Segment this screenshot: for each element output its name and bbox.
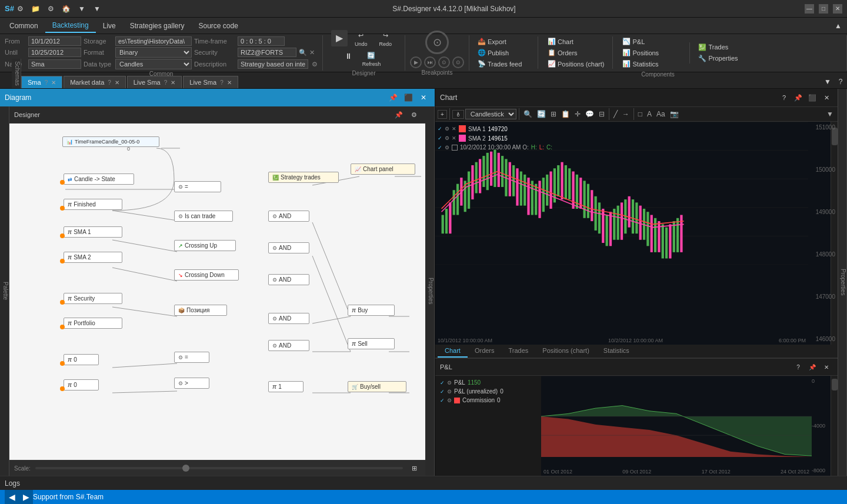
chart-arrow-button[interactable]: → [621, 109, 631, 119]
chart-add-button[interactable]: + [438, 110, 447, 119]
undo-button[interactable]: ↩ Undo [350, 30, 372, 49]
node-finished[interactable]: π Finished [64, 199, 122, 210]
designer-pin-button[interactable]: 📌 [392, 108, 405, 121]
tab-live-sma-2[interactable]: Live Sma ? ✕ [183, 76, 238, 88]
toolbar-icon-5[interactable]: ▼ [75, 2, 88, 15]
chart-help-button[interactable]: ? [778, 91, 791, 104]
trades-feed-button[interactable]: 📡Trades feed [474, 59, 533, 69]
chart-main[interactable]: 151000 150000 149000 148000 147000 14600… [435, 122, 838, 345]
node-tfcandle[interactable]: 📊 TimeFrameCandle_00-05-0 [62, 136, 159, 147]
minimize-button[interactable]: — [805, 4, 814, 14]
chart-tab-orders[interactable]: Orders [468, 345, 502, 358]
toolbar-icon-2[interactable]: 📁 [29, 2, 42, 15]
node-buy[interactable]: π Buy [348, 305, 395, 316]
pl-chart-area[interactable]: 0 -4000 -8000 [541, 376, 838, 476]
properties-button[interactable]: 🔧Properties [695, 54, 753, 64]
positions-chart-button[interactable]: 📈Positions (chart) [544, 59, 608, 69]
node-crossing-up[interactable]: ↗ Crossing Up [174, 240, 236, 251]
chart-bubble-button[interactable]: 💬 [583, 109, 596, 119]
tab-sma-close[interactable]: ✕ [51, 79, 56, 86]
node-zero2[interactable]: π 0 [64, 379, 99, 390]
node-sell[interactable]: π Sell [348, 338, 395, 349]
timeframe-input[interactable] [238, 36, 285, 46]
chart-zoom-button[interactable]: 🔍 [522, 109, 534, 119]
security-search-icon[interactable]: 🔍 [299, 49, 307, 56]
toolbar-icon-4[interactable]: 🏠 [60, 2, 73, 15]
tab-live-sma-2-close[interactable]: ✕ [227, 79, 232, 86]
tab-sma-help[interactable]: ? [45, 79, 48, 86]
node-portfolio[interactable]: π Portfolio [64, 318, 122, 329]
chart-button[interactable]: 📊Chart [544, 36, 608, 46]
play-button[interactable]: ▶ [331, 30, 348, 46]
canvas-area[interactable]: 📊 TimeFrameCandle_00-05-0 0 ⇄ Candle -> … [9, 124, 425, 460]
node-candle-state[interactable]: ⇄ Candle -> State [64, 173, 134, 185]
datatype-select[interactable]: Candles [115, 59, 192, 69]
status-back-button[interactable]: ◀ [5, 490, 19, 504]
node-equals2[interactable]: ⚙ = [174, 352, 209, 363]
bp-btn-3[interactable]: ⊙ [438, 56, 450, 68]
chart-series-button[interactable]: 🕯 [452, 110, 464, 119]
chart-draw-line[interactable]: ╱ [612, 109, 619, 119]
orders-button[interactable]: 📋Orders [544, 48, 608, 58]
export-button[interactable]: 📤Export [474, 36, 533, 46]
diagram-pin-button[interactable]: 📌 [386, 91, 399, 104]
format-select[interactable]: Binary [115, 47, 192, 58]
diagram-float-button[interactable]: ⬛ [402, 91, 415, 104]
chart-settings-button[interactable]: ▼ [825, 109, 835, 119]
security-input[interactable] [238, 48, 296, 57]
node-chart-panel[interactable]: 📈 Chart panel [351, 163, 415, 175]
node-crossing-down[interactable]: ↘ Crossing Down [174, 269, 239, 281]
bp-btn-4[interactable]: ⊙ [452, 56, 464, 68]
collapse-button[interactable]: ▲ [832, 19, 845, 32]
tab-market-help[interactable]: ? [108, 79, 111, 86]
chart-tab-positions-chart[interactable]: Positions (chart) [535, 345, 596, 358]
node-buy-sell[interactable]: 🛒 Buy/sell [348, 381, 406, 392]
chart-rect-button[interactable]: □ [636, 109, 644, 119]
chart-tab-chart[interactable]: Chart [438, 345, 468, 358]
node-is-can-trade[interactable]: ⚙ Is can trade [174, 211, 233, 222]
tab-live-sma-1[interactable]: Live Sma ? ✕ [127, 76, 182, 88]
chart-screenshot-button[interactable]: 📷 [668, 109, 681, 119]
legend-sma1-check[interactable]: ✓ [438, 126, 442, 132]
legend-sma1-x[interactable]: ✕ [452, 126, 456, 132]
tab-live-sma-1-help[interactable]: ? [164, 79, 168, 86]
chart-float-button[interactable]: ⬛ [806, 91, 819, 104]
security-clear-icon[interactable]: ✕ [309, 49, 315, 56]
node-position[interactable]: 📦 Позиция [174, 305, 227, 316]
legend-sma2-check[interactable]: ✓ [438, 135, 442, 141]
chart-cross-button[interactable]: ✛ [573, 109, 582, 119]
palette-bar[interactable]: Palette [0, 106, 9, 476]
chart-grid-button[interactable]: ⊞ [549, 109, 558, 119]
pl-check-2[interactable]: ✓ [440, 389, 445, 395]
close-button[interactable]: ✕ [833, 4, 842, 14]
toolbar-icon-6[interactable]: ▼ [91, 2, 104, 15]
scale-settings-button[interactable]: ⊞ [408, 462, 421, 475]
name-input[interactable] [28, 59, 81, 69]
node-greater[interactable]: ⚙ > [174, 378, 209, 389]
node-and5[interactable]: ⚙ AND [268, 340, 309, 351]
menu-item-backtesting[interactable]: Backtesting [45, 19, 96, 33]
menu-item-strategies[interactable]: Strategies gallery [123, 19, 192, 32]
from-input[interactable] [28, 36, 81, 46]
node-strategy-trades[interactable]: 💹 Strategy trades [268, 172, 339, 183]
pl-help-button[interactable]: ? [792, 361, 805, 373]
pause-button[interactable]: ⏸ [342, 50, 355, 63]
tab-live-sma-2-help[interactable]: ? [220, 79, 224, 86]
toolbar-icon-3[interactable]: ⚙ [45, 2, 58, 15]
chart-text-button[interactable]: A [645, 109, 653, 119]
until-input[interactable] [28, 48, 81, 57]
legend-sma1-gear[interactable]: ⚙ [445, 126, 449, 132]
tab-expand-icon[interactable]: ▼ [821, 75, 834, 88]
bp-btn-2[interactable]: ⏭ [424, 56, 436, 68]
right-properties-sidebar[interactable]: Properties [838, 89, 847, 476]
toolbar-icon-1[interactable]: ⚙ [14, 2, 27, 15]
tab-sma[interactable]: Sma ? ✕ [21, 76, 62, 88]
designer-settings-button[interactable]: ⚙ [408, 108, 421, 121]
chart-font-button[interactable]: Aa [655, 109, 667, 119]
diagram-properties-bar[interactable]: Properties [425, 106, 435, 476]
settings-icon[interactable]: ⚙ [312, 61, 318, 68]
chart-panel-button[interactable]: ⊟ [597, 109, 606, 119]
node-and2[interactable]: ⚙ AND [268, 242, 309, 253]
node-and4[interactable]: ⚙ AND [268, 313, 309, 324]
chart-tab-trades[interactable]: Trades [502, 345, 536, 358]
